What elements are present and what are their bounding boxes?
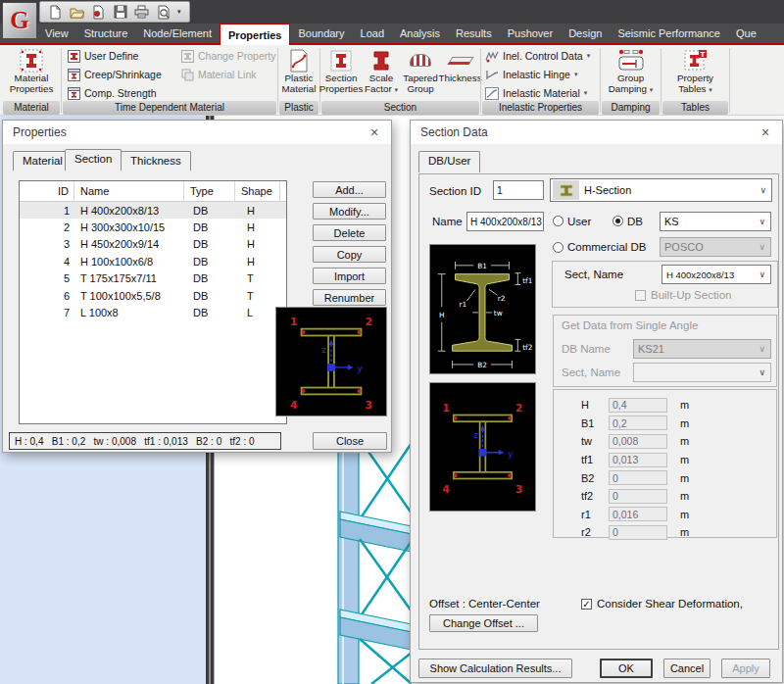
user-define-label: User Define <box>84 50 138 62</box>
section-id-field[interactable]: 1 <box>493 180 544 200</box>
delete-button[interactable]: Delete <box>313 224 386 241</box>
user-define-icon <box>68 50 80 63</box>
modify-button[interactable]: Modify... <box>313 203 386 220</box>
col-type[interactable]: Type <box>184 181 235 201</box>
tab-query[interactable]: Que <box>728 24 764 43</box>
name-field[interactable]: H 400x200x8/13 <box>466 212 544 231</box>
tab-design[interactable]: Design <box>561 24 610 43</box>
properties-dialog-titlebar[interactable]: Properties <box>3 121 391 144</box>
section-list[interactable]: ID Name Type Shape 1H 400x200x8/13DBH 2H… <box>19 180 287 424</box>
section-type-select[interactable]: H-Section ∨ <box>550 178 772 202</box>
tab-view[interactable]: View <box>37 24 76 43</box>
apply-button[interactable]: Apply <box>721 659 770 678</box>
section-list-header: ID Name Type Shape <box>20 181 286 202</box>
param-field[interactable]: 0 <box>609 525 667 540</box>
user-define-button[interactable]: User Define <box>68 47 138 65</box>
change-property-button[interactable]: Change Property <box>181 47 275 65</box>
inelastic-hinge-button[interactable]: Inelastic Hinge ▾ <box>485 66 577 83</box>
cancel-button[interactable]: Cancel <box>663 659 710 678</box>
col-name[interactable]: Name <box>74 181 184 201</box>
change-offset-button[interactable]: Change Offset ... <box>429 614 538 632</box>
print-icon[interactable] <box>134 5 149 20</box>
param-field[interactable]: 0,008 <box>609 434 667 449</box>
tab-node-element[interactable]: Node/Element <box>135 24 220 43</box>
commercial-db-select[interactable]: POSCO ∨ <box>660 237 771 257</box>
show-calculation-results-button[interactable]: Show Calculation Results... <box>418 659 572 678</box>
param-field[interactable]: 0 <box>609 470 667 485</box>
sect-name-select[interactable]: H 400x200x8/13 ∨ <box>662 265 771 284</box>
db-radio[interactable] <box>612 216 623 226</box>
copy-button[interactable]: Copy <box>313 246 386 263</box>
new-file-icon[interactable] <box>48 5 63 20</box>
table-row[interactable]: 4H 100x100x6/8DBH <box>20 253 286 269</box>
param-field[interactable]: 0,013 <box>609 453 667 467</box>
sect-name-label: Sect, Name <box>564 269 623 280</box>
tab-material[interactable]: Material <box>13 151 73 171</box>
section-data-titlebar[interactable]: Section Data <box>411 121 782 144</box>
import-file-icon[interactable] <box>91 5 106 20</box>
app-logo[interactable]: G <box>2 2 37 39</box>
built-up-checkbox[interactable] <box>635 290 646 301</box>
user-radio[interactable] <box>553 216 564 226</box>
scale-factor-button[interactable]: Scale Factor ▾ <box>362 47 401 95</box>
shear-deformation-checkbox[interactable]: ✓ <box>581 599 592 610</box>
creep-shrinkage-button[interactable]: Creep/Shrinkage <box>68 66 162 83</box>
col-shape[interactable]: Shape <box>235 181 280 201</box>
tab-section[interactable]: Section <box>65 149 122 171</box>
import-button[interactable]: Import <box>313 268 386 284</box>
table-row[interactable]: 3H 450x200x9/14DBH <box>20 236 286 253</box>
tab-db-user[interactable]: DB/User <box>418 151 480 172</box>
single-angle-sect-select[interactable]: ∨ <box>633 363 771 382</box>
material-properties-button[interactable]: Material Properties <box>5 47 58 94</box>
ok-button[interactable]: OK <box>600 659 653 678</box>
comp-strength-button[interactable]: Comp. Strength <box>68 84 157 102</box>
tab-seismic-performance[interactable]: Seismic Performance <box>610 24 728 43</box>
dim-tw-label: tw <box>494 309 503 318</box>
tab-structure[interactable]: Structure <box>76 24 136 43</box>
col-id[interactable]: ID <box>20 181 74 201</box>
tapered-group-button[interactable]: Tapered Group <box>401 47 440 94</box>
tab-analysis[interactable]: Analysis <box>392 24 448 43</box>
param-field[interactable]: 0 <box>609 489 667 504</box>
qat-dropdown-caret-icon[interactable]: ▾ <box>177 8 181 16</box>
param-field[interactable]: 0,016 <box>609 507 667 521</box>
inel-control-data-button[interactable]: Inel. Control Data ▾ <box>485 47 590 65</box>
material-link-button[interactable]: Material Link <box>181 66 257 83</box>
commercial-db-radio[interactable] <box>553 242 564 253</box>
table-row[interactable]: 6T 100x100x5,5/8DBT <box>20 287 286 304</box>
creep-shrinkage-icon <box>68 69 80 81</box>
tab-results[interactable]: Results <box>448 24 500 43</box>
properties-close-icon[interactable]: × <box>358 121 391 144</box>
property-tables-button[interactable]: T Property Tables ▾ <box>667 47 723 95</box>
tab-thickness[interactable]: Thickness <box>121 151 191 171</box>
single-angle-title: Get Data from Single Angle <box>562 319 698 331</box>
single-angle-db-select[interactable]: KS21 ∨ <box>633 339 771 359</box>
tab-pushover[interactable]: Pushover <box>500 24 561 43</box>
table-row[interactable]: 7L 100x8DBL <box>20 304 286 320</box>
table-row[interactable]: 1H 400x200x8/13DBH <box>20 202 286 219</box>
section-data-close-icon[interactable]: × <box>749 121 782 144</box>
inelastic-material-button[interactable]: Inelastic Material ▾ <box>485 84 587 102</box>
table-row[interactable]: 2H 300x300x10/15DBH <box>20 219 286 235</box>
group-damping-button[interactable]: Group Damping ▾ <box>603 47 659 95</box>
add-button[interactable]: Add... <box>313 181 386 198</box>
param-field[interactable]: 0,2 <box>609 415 667 430</box>
caret-down-icon: ▾ <box>574 71 578 78</box>
open-file-icon[interactable] <box>70 5 84 20</box>
db-select[interactable]: KS ∨ <box>660 212 771 231</box>
single-angle-db-name-label: DB Name <box>562 343 611 355</box>
tab-load[interactable]: Load <box>353 24 392 43</box>
save-icon[interactable] <box>113 5 127 20</box>
renumber-button[interactable]: Renumber <box>313 289 386 306</box>
table-row[interactable]: 5T 175x175x7/11DBT <box>20 270 286 287</box>
dimension-params-group: H0,4m B10,2m tw0,008m tf10,013m B20m tf2… <box>553 389 777 538</box>
print-preview-icon[interactable] <box>156 5 171 20</box>
tab-properties[interactable]: Properties <box>220 24 290 45</box>
thickness-button[interactable]: Thickness <box>440 47 480 84</box>
section-properties-button[interactable]: Section Properties <box>320 47 362 94</box>
close-button[interactable]: Close <box>313 432 387 450</box>
tab-boundary[interactable]: Boundary <box>290 24 352 43</box>
inel-control-data-icon <box>485 50 499 63</box>
plastic-material-button[interactable]: Plastic Material <box>278 47 319 94</box>
param-field[interactable]: 0,4 <box>609 398 667 413</box>
